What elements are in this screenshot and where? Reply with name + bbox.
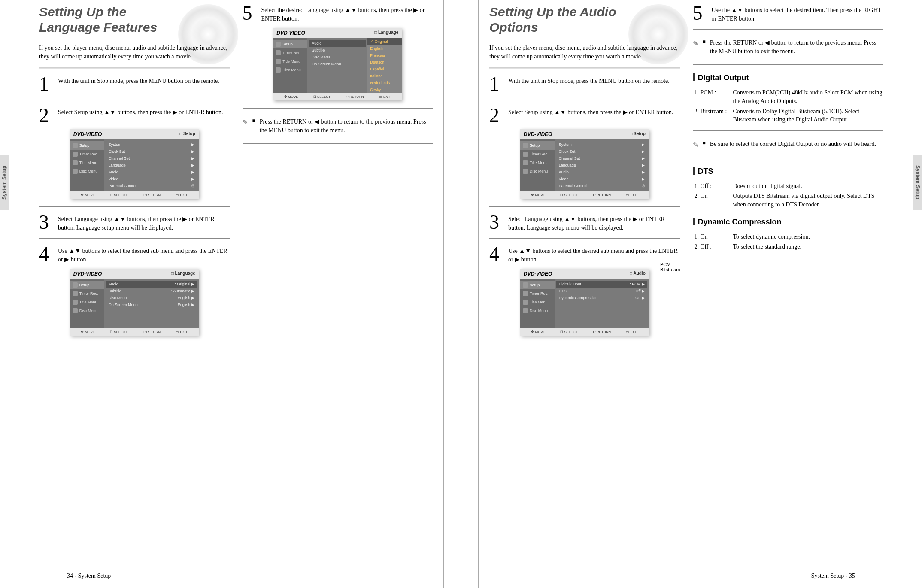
intro-text: If you set the player menu, disc menu, a… <box>489 44 680 61</box>
divider <box>489 67 680 69</box>
step-1: 1 With the unit in Stop mode, press the … <box>489 75 680 93</box>
step-3: 3 Select Language using ▲▼ buttons, then… <box>39 213 230 232</box>
step-text: Use ▲▼ buttons to select the desired sub… <box>58 245 230 264</box>
step-text: With the unit in Stop mode, press the ME… <box>58 75 219 85</box>
title-line-1: Setting Up the Audio <box>489 5 616 19</box>
step-number: 3 <box>39 213 52 231</box>
dynamic-list: 1. On :To select dynamic compression. 2.… <box>693 233 883 251</box>
step-1: 1 With the unit in Stop mode, press the … <box>39 75 230 93</box>
step-text: Select the desired Language using ▲▼ but… <box>261 4 433 23</box>
step-text: Select Setup using ▲▼ buttons, then pres… <box>58 106 223 117</box>
bullet-icon: ■ <box>252 118 255 124</box>
osd-header: DVD-VIDEO <box>73 131 102 137</box>
page-footer-right: System Setup - 35 <box>726 570 855 579</box>
divider <box>39 100 230 100</box>
step-text: Select Language using ▲▼ buttons, then p… <box>58 213 230 232</box>
osd-language-screenshot: DVD-VIDEO□ Language Setup Timer Rec. Tit… <box>70 269 199 336</box>
col-left-b: 5 Select the desired Language using ▲▼ b… <box>243 4 433 343</box>
page-footer-left: 34 - System Setup <box>67 570 196 579</box>
divider <box>39 206 230 207</box>
pencil-icon: ✎ <box>693 39 698 48</box>
step-number: 2 <box>39 106 52 124</box>
bullet-icon: ■ <box>703 39 706 45</box>
divider <box>243 108 433 109</box>
step-3: 3 Select Language using ▲▼ buttons, then… <box>489 213 680 232</box>
step-4: 4 Use ▲▼ buttons to select the desired s… <box>39 245 230 264</box>
pencil-icon: ✎ <box>693 140 698 149</box>
osd-sidebar: Setup Timer Rec. Title Menu Disc Menu <box>70 139 104 191</box>
step-number: 1 <box>39 75 52 93</box>
side-tab-left: System Setup <box>0 155 9 210</box>
page-35: System Setup Setting Up the Audio Option… <box>461 0 922 588</box>
divider <box>39 67 230 69</box>
col-right-b: 5 Use the ▲▼ buttons to select the desir… <box>693 4 883 343</box>
page-34: System Setup Setting Up the Language Fea… <box>0 0 461 588</box>
note-return-2: ✎ ■ Press the RETURN or ◀ button to retu… <box>693 36 883 58</box>
subhead-dynamic: Dynamic Compression <box>693 218 883 227</box>
note-return: ✎ ■ Press the RETURN or ◀ button to retu… <box>243 115 433 137</box>
note-text: Press the RETURN or ◀ button to return t… <box>260 118 433 134</box>
subhead-dts: DTS <box>693 167 883 176</box>
title-line-2: Options <box>489 20 538 34</box>
osd-main: System▶ Clock Set▶ Channel Set▶ Language… <box>104 139 199 191</box>
step-5: 5 Use the ▲▼ buttons to select the desir… <box>693 4 883 23</box>
col-left-a: Setting Up the Language Features If you … <box>39 4 230 343</box>
step-2: 2 Select Setup using ▲▼ buttons, then pr… <box>39 106 230 124</box>
intro-text: If you set the player menu, disc menu, a… <box>39 44 230 61</box>
step-2: 2 Select Setup using ▲▼ buttons, then pr… <box>489 106 680 124</box>
section-title-language: Setting Up the Language Features <box>39 4 230 35</box>
osd-language-popup-screenshot: DVD-VIDEO□ Language Setup Timer Rec. Tit… <box>273 28 402 100</box>
dts-list: 1. Off :Doesn't output digital signal. 2… <box>693 182 883 209</box>
step-number: 5 <box>243 4 255 22</box>
bullet-icon: ■ <box>703 140 706 146</box>
pcm-bitstream-callout: PCM Bitstream <box>660 262 680 272</box>
osd-corner: □ Setup <box>179 131 195 137</box>
side-tab-right: System Setup <box>913 155 922 210</box>
pencil-icon: ✎ <box>243 118 248 127</box>
note-digital-output: ✎ ■ Be sure to select the correct Digita… <box>693 137 883 152</box>
col-right-a: Setting Up the Audio Options If you set … <box>489 4 680 343</box>
osd-audio-screenshot: DVD-VIDEO□ Audio Setup Timer Rec. Title … <box>520 269 649 336</box>
title-line-1: Setting Up the <box>39 5 126 19</box>
osd-footer: ✥ MOVE ⊡ SELECT ↩ RETURN ▭ EXIT <box>70 191 199 199</box>
subhead-digital-output: Digital Output <box>693 73 883 82</box>
digital-output-list: 1. PCM :Converts to PCM(2CH) 48kHz audio… <box>693 88 883 124</box>
title-line-2: Language Features <box>39 20 157 34</box>
divider <box>243 143 433 144</box>
step-5: 5 Select the desired Language using ▲▼ b… <box>243 4 433 23</box>
step-4: 4 Use ▲▼ buttons to select the desired s… <box>489 245 680 264</box>
osd-language-options: ✓ Original English Français Deutsch Espa… <box>367 38 402 93</box>
osd-setup-screenshot-2: DVD-VIDEO□ Setup Setup Timer Rec. Title … <box>520 129 649 199</box>
step-number: 4 <box>39 245 52 263</box>
osd-setup-screenshot: DVD-VIDEO□ Setup Setup Timer Rec. Title … <box>70 129 199 199</box>
divider <box>39 238 230 239</box>
section-title-audio: Setting Up the Audio Options <box>489 4 680 35</box>
